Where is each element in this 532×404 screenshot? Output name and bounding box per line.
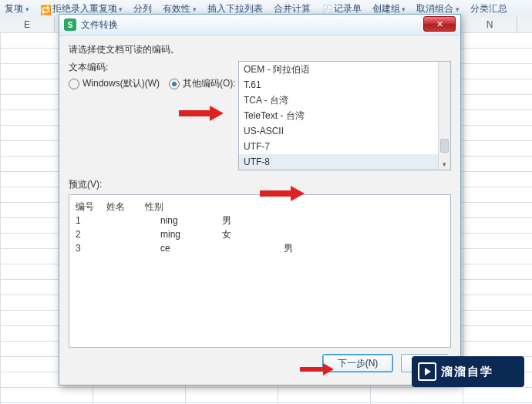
preview-row: 2 ming 女 bbox=[76, 227, 444, 241]
encoding-label: 文本编码: bbox=[69, 61, 238, 74]
ribbon-item[interactable]: 🔁拒绝录入重复项 bbox=[40, 2, 123, 15]
button-row: 下一步(N) 取 bbox=[69, 348, 451, 379]
scroll-down-icon[interactable]: ▾ bbox=[439, 159, 450, 170]
preview-row: 1 ning 男 bbox=[76, 214, 444, 227]
encoding-item[interactable]: T.61 bbox=[239, 77, 438, 93]
ribbon-item[interactable]: 合并计算 bbox=[274, 2, 311, 15]
next-button[interactable]: 下一步(N) bbox=[322, 354, 393, 372]
wps-logo-icon: S bbox=[64, 19, 76, 31]
radio-icon bbox=[169, 79, 180, 89]
ribbon-item[interactable]: 复项 bbox=[5, 2, 29, 15]
scroll-thumb[interactable] bbox=[440, 139, 449, 153]
file-convert-dialog: S 文件转换 ✕ 请选择使文档可读的编码。 文本编码: Windows(默认)(… bbox=[59, 14, 461, 385]
radio-other-label: 其他编码(O): bbox=[183, 77, 236, 90]
watermark-logo: 溜溜自学 bbox=[412, 356, 524, 387]
radio-icon bbox=[69, 79, 79, 89]
reject-dup-icon: 🔁 bbox=[40, 5, 51, 15]
preview-label: 预览(V): bbox=[69, 178, 451, 191]
radio-windows-label: Windows(默认)(W) bbox=[82, 77, 160, 90]
ribbon-item[interactable]: 插入下拉列表 bbox=[207, 2, 263, 15]
radio-windows-default[interactable]: Windows(默认)(W) bbox=[69, 77, 160, 90]
col-N[interactable]: N bbox=[463, 17, 517, 32]
ribbon-item[interactable]: 分列 bbox=[133, 2, 152, 15]
play-icon bbox=[418, 362, 436, 381]
radio-other-encoding[interactable]: 其他编码(O): bbox=[169, 77, 236, 90]
ribbon-item[interactable]: 有效性 bbox=[163, 2, 197, 15]
encoding-item[interactable]: TeleText - 台湾 bbox=[239, 108, 438, 123]
encoding-item[interactable]: TCA - 台湾 bbox=[239, 93, 438, 108]
encoding-item-selected[interactable]: UTF-8 bbox=[239, 154, 438, 170]
preview-header: 编号 姓名 性别 bbox=[76, 200, 444, 214]
encoding-item[interactable]: US-ASCII bbox=[239, 123, 438, 139]
ribbon-item[interactable]: 🧾记录单 bbox=[322, 2, 362, 15]
col-E[interactable]: E bbox=[0, 17, 55, 32]
ribbon-item[interactable]: 分类汇总 bbox=[470, 2, 507, 15]
dialog-title: 文件转换 bbox=[81, 19, 118, 32]
ribbon-item[interactable]: 取消组合 bbox=[416, 2, 460, 15]
encoding-item[interactable]: UTF-7 bbox=[239, 139, 438, 154]
scrollbar[interactable]: ▾ bbox=[438, 62, 450, 170]
ribbon-item[interactable]: 创建组 bbox=[372, 2, 406, 15]
close-button[interactable]: ✕ bbox=[423, 16, 456, 32]
preview-row: 3 ce 男 bbox=[76, 241, 444, 255]
preview-box: 编号 姓名 性别 1 ning 男 2 ming 女 3 ce 男 bbox=[69, 194, 451, 348]
encoding-list[interactable]: OEM - 阿拉伯语 T.61 TCA - 台湾 TeleText - 台湾 U… bbox=[238, 61, 451, 170]
titlebar[interactable]: S 文件转换 ✕ bbox=[59, 15, 460, 35]
encoding-item[interactable]: OEM - 阿拉伯语 bbox=[239, 62, 438, 77]
watermark-text: 溜溜自学 bbox=[441, 365, 493, 379]
instruction-text: 请选择使文档可读的编码。 bbox=[69, 43, 451, 56]
